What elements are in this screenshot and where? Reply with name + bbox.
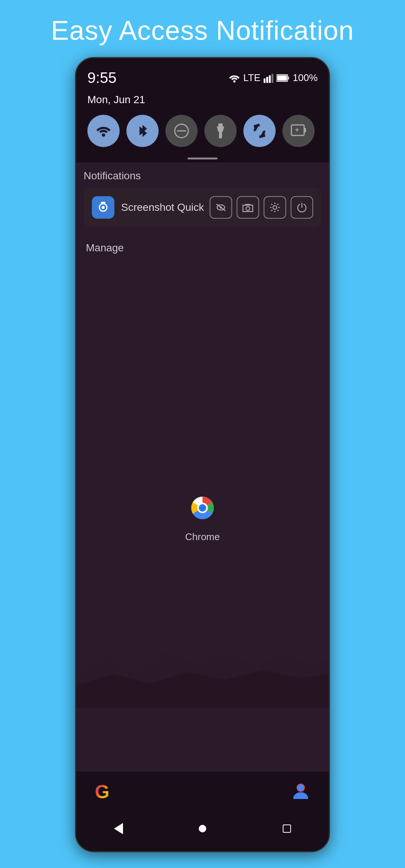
home-button[interactable]: [191, 817, 214, 840]
svg-point-8: [102, 134, 105, 137]
dock-google-icon[interactable]: G: [91, 778, 117, 804]
notif-actions: [210, 196, 313, 219]
landscape-background: [76, 625, 329, 708]
home-circle: [199, 825, 206, 832]
battery-percentage: 100%: [293, 72, 318, 84]
svg-rect-6: [288, 77, 289, 80]
status-icons: LTE 100%: [228, 72, 318, 84]
scroll-indicator: [76, 155, 329, 162]
notifications-section: Notifications Screenshot Quick: [76, 162, 329, 236]
status-date: Mon, Jun 21: [87, 94, 145, 106]
svg-rect-4: [272, 74, 273, 83]
svg-rect-14: [304, 128, 306, 132]
page-title: Easy Access Notification: [28, 0, 376, 57]
svg-rect-3: [269, 75, 271, 83]
battery-icon: [276, 74, 290, 82]
scroll-bar: [188, 158, 218, 159]
recents-square: [283, 824, 291, 833]
manage-label: Manage: [86, 242, 124, 254]
status-bar: 9:55 LTE: [87, 69, 318, 86]
toggle-battery-saver[interactable]: +: [282, 115, 315, 147]
toggle-autorotate[interactable]: [243, 115, 276, 147]
manage-row[interactable]: Manage: [76, 236, 329, 260]
svg-point-30: [200, 505, 206, 511]
lte-label: LTE: [243, 72, 261, 84]
svg-point-0: [233, 80, 236, 83]
notif-action-camera[interactable]: [237, 196, 259, 219]
dock-area: G: [76, 772, 329, 810]
date-row: Mon, Jun 21: [87, 94, 318, 106]
notifications-label: Notifications: [84, 170, 321, 182]
svg-rect-2: [266, 77, 268, 83]
svg-rect-11: [218, 123, 223, 126]
screen: 9:55 LTE: [76, 58, 329, 851]
svg-point-24: [273, 206, 277, 209]
chrome-icon: [184, 489, 221, 527]
wifi-icon: [228, 73, 240, 83]
phone-frame: 9:55 LTE: [75, 57, 330, 852]
back-button[interactable]: [107, 817, 129, 840]
svg-text:+: +: [295, 126, 299, 134]
chrome-label: Chrome: [185, 531, 220, 543]
notification-card: Screenshot Quick: [84, 188, 321, 227]
home-screen: Chrome: [76, 260, 329, 772]
svg-rect-7: [277, 75, 287, 81]
svg-rect-1: [264, 78, 266, 83]
svg-point-23: [246, 207, 250, 210]
status-quick-area: 9:55 LTE: [76, 58, 329, 155]
svg-rect-12: [219, 132, 222, 138]
status-time: 9:55: [87, 69, 117, 86]
screenshot-quick-icon: [92, 196, 114, 219]
toggle-wifi[interactable]: [87, 115, 120, 147]
notif-action-power[interactable]: [291, 196, 313, 219]
nav-bar: [76, 810, 329, 851]
notif-action-hide[interactable]: [210, 196, 232, 219]
dock-contacts-icon[interactable]: [288, 778, 314, 804]
notif-left: Screenshot Quick: [92, 196, 204, 219]
quick-toggles: +: [87, 115, 318, 155]
notif-app-name: Screenshot Quick: [121, 201, 204, 213]
toggle-dnd[interactable]: [165, 115, 198, 147]
svg-rect-19: [101, 202, 105, 204]
svg-point-18: [102, 206, 105, 209]
chrome-app[interactable]: Chrome: [184, 489, 221, 543]
toggle-bluetooth[interactable]: [126, 115, 159, 147]
svg-text:G: G: [95, 781, 110, 802]
signal-icon: [264, 73, 273, 83]
recents-button[interactable]: [276, 817, 298, 840]
toggle-flashlight[interactable]: [204, 115, 237, 147]
svg-marker-34: [114, 823, 123, 834]
notif-action-settings[interactable]: [264, 196, 286, 219]
